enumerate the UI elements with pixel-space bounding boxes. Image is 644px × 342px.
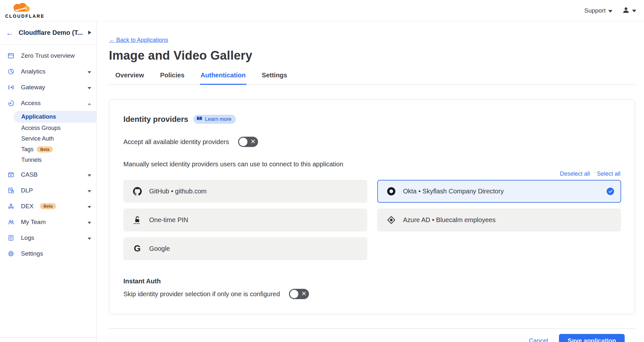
identity-providers-card: Identity providers Learn more Accept all… [109,100,635,314]
sidebar-item-analytics[interactable]: Analytics [0,64,96,79]
provider-grid: GitHub • github.com Okta • Skyflash Comp… [123,180,620,260]
learn-more-link[interactable]: Learn more [193,115,236,124]
one-time-pin-icon [132,216,142,225]
sidebar-item-access-groups[interactable]: Access Groups [0,123,96,133]
top-header: CLOUDFLARE Support [0,0,644,21]
sidebar: ← Cloudflare Demo (T... Zero Trust overv… [0,21,97,342]
deselect-all-link[interactable]: Deselect all [560,171,590,177]
chevron-down-icon [632,8,636,14]
accept-all-label: Accept all available identity providers [123,138,229,146]
cloudflare-logo[interactable]: CLOUDFLARE [5,3,44,18]
sidebar-item-label: CASB [21,171,38,178]
selected-check-icon [607,188,614,195]
x-icon [302,291,306,297]
sidebar-nav: Zero Trust overview Analytics Gateway [0,44,96,261]
sidebar-item-dex[interactable]: DEX Beta [0,198,96,214]
chevron-down-icon [88,203,91,210]
network-cluster-icon [7,202,14,210]
provider-tile-azure-ad[interactable]: Azure AD • Bluecalm employees [377,209,621,231]
user-account-menu[interactable] [622,6,636,15]
footer-actions: Cancel Save application [109,334,635,342]
footer-divider [109,328,635,329]
user-icon [622,6,630,15]
team-name[interactable]: Cloudflare Demo (T... [19,29,83,36]
sidebar-item-access[interactable]: Access [0,95,96,111]
accept-all-toggle[interactable] [238,137,258,147]
select-all-link[interactable]: Select all [597,171,620,177]
beta-badge: Beta [37,146,53,152]
sidebar-item-label: Tunnels [21,157,42,163]
tab-overview[interactable]: Overview [115,72,145,84]
sidebar-item-label: Applications [21,113,56,120]
sidebar-item-label: Tags [21,146,34,153]
beta-badge: Beta [40,203,56,209]
sidebar-item-label: Zero Trust overview [21,52,75,59]
sidebar-item-gateway[interactable]: Gateway [0,79,96,95]
people-icon [7,218,14,226]
provider-label: Azure AD • Bluecalm employees [403,216,495,224]
chevron-right-icon[interactable] [88,30,91,36]
tab-settings[interactable]: Settings [261,72,288,84]
access-login-icon [7,99,14,107]
sidebar-item-zero-trust-overview[interactable]: Zero Trust overview [0,48,96,64]
provider-tile-one-time-pin[interactable]: One-time PIN [123,209,367,231]
browser-window-icon [7,52,14,59]
book-icon [197,116,202,122]
sidebar-item-label: My Team [21,219,46,226]
chevron-down-icon [88,234,91,241]
box-check-icon [7,171,14,178]
sidebar-item-tunnels[interactable]: Tunnels [0,155,96,165]
sidebar-item-label: Access Groups [21,125,61,132]
document-lines-icon [7,234,14,241]
sidebar-item-label: Analytics [21,68,45,75]
gear-icon [7,250,14,257]
toggle-knob [290,290,298,298]
save-application-button[interactable]: Save application [559,334,625,342]
provider-label: GitHub • github.com [149,188,207,195]
sidebar-item-settings[interactable]: Settings [0,246,96,261]
sidebar-item-label: Logs [21,234,34,241]
provider-label: Google [149,245,170,252]
sidebar-item-casb[interactable]: CASB [0,167,96,182]
sidebar-item-label: Service Auth [21,135,54,142]
sidebar-item-label: Access [21,100,41,107]
sidebar-item-label: DLP [21,187,33,194]
cloudflare-wordmark: CLOUDFLARE [5,14,44,18]
provider-tile-okta[interactable]: Okta • Skyflash Company Directory [377,180,621,203]
sidebar-item-label: Settings [21,250,43,257]
sidebar-item-applications[interactable]: Applications [14,111,96,123]
github-icon [132,187,142,196]
toggle-knob [239,138,247,146]
chevron-down-icon [88,171,91,178]
provider-tile-github[interactable]: GitHub • github.com [123,180,367,203]
card-title: Identity providers [123,115,188,124]
tab-policies[interactable]: Policies [159,72,185,84]
document-lock-icon [7,187,14,194]
sidebar-header: ← Cloudflare Demo (T... [0,21,96,44]
pie-chart-icon [7,68,14,75]
cancel-button[interactable]: Cancel [529,337,548,342]
tab-authentication[interactable]: Authentication [200,72,246,85]
sidebar-item-label: DEX [21,203,34,210]
okta-icon [386,187,396,196]
back-arrow-icon[interactable]: ← [6,29,14,37]
instant-auth-heading: Instant Auth [123,278,620,285]
sidebar-item-my-team[interactable]: My Team [0,214,96,230]
support-menu[interactable]: Support [584,7,612,14]
provider-label: One-time PIN [149,216,188,224]
sidebar-item-tags[interactable]: Tags Beta [0,144,96,155]
page-title: Image and Video Gallery [109,49,635,63]
tab-bar: Overview Policies Authentication Setting… [109,72,635,85]
x-icon [251,139,255,145]
instant-auth-toggle[interactable] [289,289,309,299]
sidebar-item-dlp[interactable]: DLP [0,182,96,198]
instant-auth-label: Skip identity provider selection if only… [123,290,280,298]
provider-tile-google[interactable]: G Google [123,237,367,260]
chevron-down-icon [608,7,612,14]
sidebar-item-service-auth[interactable]: Service Auth [0,133,96,144]
sidebar-item-logs[interactable]: Logs [0,230,96,246]
sidebar-item-label: Gateway [21,84,45,91]
chevron-up-icon [88,100,91,107]
back-to-applications-link[interactable]: ← Back to Applications [109,37,168,44]
manual-select-text: Manually select identity providers users… [123,161,620,168]
